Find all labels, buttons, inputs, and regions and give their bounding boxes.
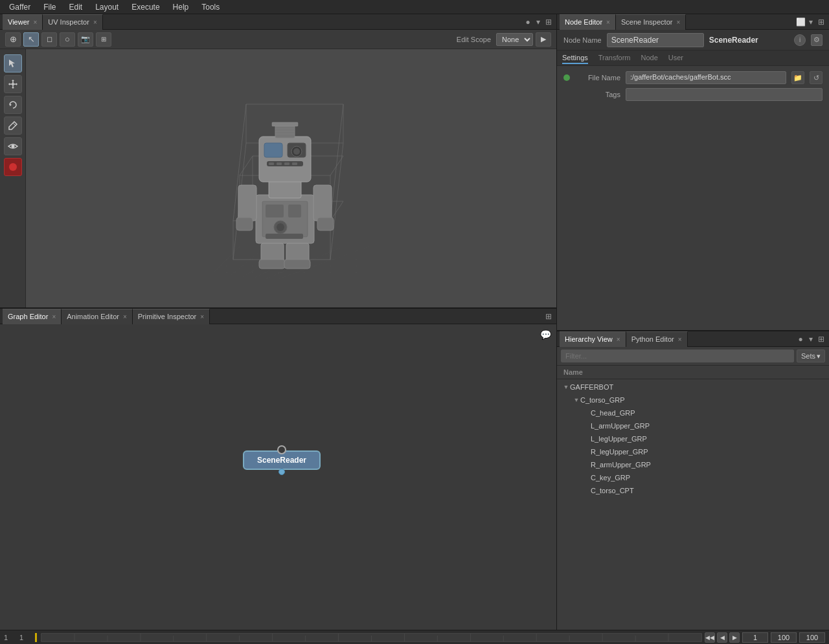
gafferbot-toggle[interactable]: ▼ <box>562 383 570 391</box>
tree-item-c-torso-cpt[interactable]: C_torso_CPT <box>557 484 829 497</box>
settings-tab-node[interactable]: Node <box>641 52 657 64</box>
tool-eye[interactable] <box>4 137 22 155</box>
settings-tab-transform[interactable]: Transform <box>598 52 631 64</box>
tree-item-c-torso-grp[interactable]: ▼ C_torso_GRP <box>557 394 829 406</box>
hierarchy-filter-input[interactable] <box>561 350 794 362</box>
hierarchy-view-tab-close[interactable]: × <box>617 336 620 343</box>
tree-item-c-key-grp[interactable]: C_key_GRP <box>557 471 829 484</box>
robot-viewport[interactable] <box>26 49 556 307</box>
svg-rect-51 <box>266 234 303 239</box>
tree-item-l-arm-upper-grp[interactable]: L_armUpper_GRP <box>557 419 829 432</box>
viewer-circle-icon[interactable]: ● <box>523 17 533 27</box>
tags-input[interactable] <box>626 88 823 101</box>
menu-file[interactable]: File <box>37 1 62 13</box>
tab-python-editor[interactable]: Python Editor × <box>626 331 688 347</box>
menu-layout[interactable]: Layout <box>89 1 125 13</box>
menu-execute[interactable]: Execute <box>125 1 166 13</box>
uv-inspector-tab-close[interactable]: × <box>93 19 97 26</box>
timeline-frame-input[interactable] <box>742 632 768 643</box>
tree-item-gafferbot[interactable]: ▼ GAFFERBOT <box>557 381 829 394</box>
animation-editor-tab-close[interactable]: × <box>123 313 127 320</box>
graph-chat-icon[interactable]: 💬 <box>540 329 551 340</box>
play-back-end-button[interactable]: ◀◀ <box>705 632 715 643</box>
timeline-total-input[interactable] <box>799 632 825 643</box>
svg-rect-57 <box>269 162 274 165</box>
tab-primitive-inspector[interactable]: Primitive Inspector × <box>133 309 210 324</box>
play-back-button[interactable]: ◀ <box>717 632 727 643</box>
tree-item-c-head-grp[interactable]: C_head_GRP <box>557 406 829 419</box>
sets-button[interactable]: Sets ▾ <box>797 350 825 362</box>
toolbar-sphere-btn[interactable]: ○ <box>60 32 75 47</box>
graph-editor-grid-icon[interactable]: ⊞ <box>543 311 554 322</box>
svg-marker-8 <box>16 83 17 85</box>
tab-scene-inspector[interactable]: Scene Inspector × <box>616 14 686 30</box>
python-editor-tab-close[interactable]: × <box>678 336 682 343</box>
tool-select[interactable] <box>4 54 22 72</box>
graph-editor-tab-close[interactable]: × <box>52 313 56 320</box>
toolbar-frame-btn[interactable]: ⊞ <box>96 32 111 47</box>
node-info-button[interactable]: i <box>794 34 806 46</box>
tree-item-r-arm-upper-grp[interactable]: R_armUpper_GRP <box>557 458 829 471</box>
toolbar-transform-btn[interactable]: ⊕ <box>5 32 21 47</box>
toolbar-camera-btn[interactable]: 📷 <box>78 32 93 47</box>
tree-item-r-leg-upper-grp[interactable]: R_legUpper_GRP <box>557 445 829 458</box>
tool-move[interactable] <box>4 75 22 93</box>
hierarchy-grid-icon[interactable]: ⊞ <box>816 334 826 344</box>
filename-folder-btn[interactable]: 📁 <box>791 71 804 84</box>
tree-item-l-leg-upper-grp[interactable]: L_legUpper_GRP <box>557 432 829 445</box>
tool-paint[interactable] <box>4 117 22 135</box>
node-editor-tab-close[interactable]: × <box>606 19 610 26</box>
tab-uv-inspector[interactable]: UV Inspector × <box>43 14 102 30</box>
c-torso-cpt-toggle <box>583 487 591 494</box>
tool-red[interactable] <box>4 158 22 176</box>
hierarchy-dropdown-icon[interactable]: ▾ <box>806 334 816 344</box>
settings-tabs: Settings Transform Node User <box>557 50 829 66</box>
timeline-end-input[interactable] <box>771 632 797 643</box>
tab-hierarchy-view[interactable]: Hierarchy View × <box>560 331 626 347</box>
menu-tools[interactable]: Tools <box>195 1 226 13</box>
node-editor-grid-icon[interactable]: ⊞ <box>816 17 826 27</box>
node-input-port[interactable] <box>278 469 285 475</box>
scene-inspector-tab-label: Scene Inspector <box>621 18 673 26</box>
settings-tab-user[interactable]: User <box>668 52 683 64</box>
graph-content[interactable]: 💬 SceneReader <box>0 324 556 630</box>
toolbar-cursor-btn[interactable]: ↖ <box>23 32 39 47</box>
filename-value[interactable]: :/gafferBot/caches/gafferBot.scc <box>626 71 786 84</box>
node-editor-header: Node Name SceneReader i ⚙ <box>557 30 829 50</box>
node-editor-dropdown-icon[interactable]: ▾ <box>806 17 816 27</box>
viewer-dropdown-icon[interactable]: ▾ <box>533 17 543 27</box>
settings-tab-settings[interactable]: Settings <box>562 52 588 64</box>
svg-rect-58 <box>277 162 282 165</box>
node-editor-expand-icon[interactable]: ⬜ <box>795 17 806 27</box>
viewer-grid-icon[interactable]: ⊞ <box>543 17 554 27</box>
primitive-inspector-tab-close[interactable]: × <box>200 313 204 320</box>
tab-animation-editor[interactable]: Animation Editor × <box>62 309 133 324</box>
tool-rotate[interactable] <box>4 96 22 114</box>
hierarchy-content: Sets ▾ Name ▼ GAFFERBOT ▼ <box>557 347 829 630</box>
timeline-bar[interactable] <box>41 633 702 642</box>
svg-line-38 <box>240 156 253 175</box>
menu-edit[interactable]: Edit <box>62 1 89 13</box>
edit-scope-select[interactable]: None <box>496 33 533 46</box>
node-output-port[interactable] <box>277 445 286 454</box>
c-torso-cpt-label: C_torso_CPT <box>591 487 634 494</box>
viewer-tab-close[interactable]: × <box>33 19 37 26</box>
hierarchy-circle-icon[interactable]: ● <box>795 334 806 344</box>
filename-refresh-btn[interactable]: ↺ <box>810 71 823 84</box>
tab-graph-editor[interactable]: Graph Editor × <box>3 309 62 324</box>
node-name-input[interactable] <box>607 33 704 47</box>
node-settings-button[interactable]: ⚙ <box>811 34 823 46</box>
toolbar-arrow-btn[interactable]: ▶ <box>536 32 551 47</box>
menu-gaffer[interactable]: Gaffer <box>3 1 37 13</box>
graph-editor-tab-label: Graph Editor <box>8 313 48 320</box>
menu-help[interactable]: Help <box>166 1 196 13</box>
graph-node-scenereader[interactable]: SceneReader <box>243 450 321 470</box>
toolbar-cube-btn[interactable]: ◻ <box>41 32 57 47</box>
svg-rect-76 <box>317 217 334 230</box>
tab-node-editor[interactable]: Node Editor × <box>560 14 616 30</box>
tab-viewer[interactable]: Viewer × <box>3 14 43 30</box>
play-forward-button[interactable]: ▶ <box>729 632 740 643</box>
scene-inspector-tab-close[interactable]: × <box>676 19 680 26</box>
c-torso-grp-toggle[interactable]: ▼ <box>573 396 580 404</box>
hierarchy-python-area: Hierarchy View × Python Editor × ● ▾ ⊞ S… <box>557 331 829 630</box>
